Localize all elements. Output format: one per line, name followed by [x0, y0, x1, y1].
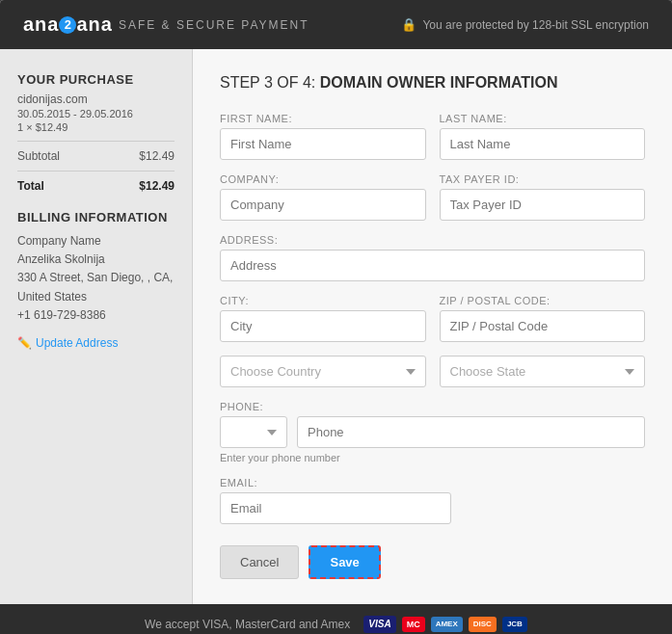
state-group: Choose State	[440, 356, 646, 387]
billing-info: Company Name Anzelika Skolnija 330 A Str…	[17, 232, 175, 325]
amex-card-icon: AMEX	[431, 617, 463, 631]
total-row: Total $12.49	[17, 179, 175, 193]
name-row: FIRST NAME: LAST NAME:	[220, 113, 645, 160]
payment-cards: VISA MC AMEX DISC JCB	[363, 616, 527, 633]
subtotal-label: Subtotal	[17, 149, 60, 163]
mastercard-icon: MC	[402, 617, 425, 633]
update-address-button[interactable]: ✏️ Update Address	[17, 336, 118, 350]
billing-person: Anzelika Skolnija	[17, 251, 175, 269]
discover-card-icon: DISC	[469, 617, 497, 631]
email-label: EMAIL:	[220, 477, 451, 489]
logo-text-part2: ana	[76, 13, 112, 36]
jcb-card-icon: JCB	[502, 617, 527, 631]
ssl-info: 🔒 You are protected by 128-bit SSL encry…	[401, 17, 649, 32]
logo-area: ana 2 ana SAFE & SECURE PAYMENT	[23, 13, 309, 36]
subtotal-row: Subtotal $12.49	[17, 149, 175, 163]
subtotal-value: $12.49	[139, 149, 175, 163]
payment-modal: ana 2 ana SAFE & SECURE PAYMENT 🔒 You ar…	[0, 0, 672, 634]
billing-title: BILLING INFORMATION	[17, 210, 175, 225]
zip-label: ZIP / POSTAL CODE:	[440, 295, 646, 306]
company-label: COMPANY:	[220, 173, 426, 185]
city-zip-row: CITY: ZIP / POSTAL CODE:	[220, 295, 645, 342]
first-name-group: FIRST NAME:	[220, 113, 426, 160]
logo-circle: 2	[59, 16, 76, 34]
sidebar: YOUR PURCHASE cidonijas.com 30.05.2015 -…	[0, 49, 193, 604]
phone-hint: Enter your phone number	[220, 452, 645, 463]
main-form-area: STEP 3 OF 4: DOMAIN OWNER INFORMATION FI…	[193, 49, 672, 604]
country-group: Choose Country	[220, 356, 426, 387]
tax-payer-id-input[interactable]	[440, 189, 646, 221]
last-name-label: LAST NAME:	[440, 113, 646, 124]
country-select[interactable]: Choose Country	[220, 356, 426, 387]
step-title: STEP 3 OF 4: DOMAIN OWNER INFORMATION	[220, 74, 645, 92]
ssl-text: You are protected by 128-bit SSL encrypt…	[422, 18, 649, 32]
sidebar-dates: 30.05.2015 - 29.05.2016	[17, 108, 175, 119]
first-name-input[interactable]	[220, 128, 426, 160]
purchase-title: YOUR PURCHASE	[17, 72, 175, 87]
header-tagline: SAFE & SECURE PAYMENT	[119, 18, 309, 32]
update-address-label: Update Address	[36, 336, 118, 350]
tax-payer-id-group: TAX PAYER ID:	[440, 173, 646, 221]
content-area: YOUR PURCHASE cidonijas.com 30.05.2015 -…	[0, 49, 672, 604]
zip-input[interactable]	[440, 310, 646, 342]
total-label: Total	[17, 179, 44, 193]
billing-phone: +1 619-729-8386	[17, 306, 175, 325]
phone-group: PHONE: Enter your phone number	[220, 401, 645, 473]
visa-card-icon: VISA	[363, 616, 395, 633]
lock-icon: 🔒	[401, 17, 417, 32]
last-name-input[interactable]	[440, 128, 646, 160]
footer: We accept VISA, MasterCard and Amex VISA…	[0, 604, 672, 634]
step-heading: DOMAIN OWNER INFORMATION	[320, 74, 558, 91]
logo-text-part1: ana	[23, 13, 59, 36]
billing-address: 330 A Street, San Diego, , CA, United St…	[17, 269, 175, 305]
phone-input[interactable]	[297, 416, 645, 448]
address-row: ADDRESS:	[220, 234, 645, 281]
city-group: CITY:	[220, 295, 426, 342]
pencil-icon: ✏️	[17, 336, 32, 350]
address-input[interactable]	[220, 250, 645, 281]
company-input[interactable]	[220, 189, 426, 221]
save-button[interactable]: Save	[309, 545, 380, 579]
first-name-label: FIRST NAME:	[220, 113, 426, 124]
zip-group: ZIP / POSTAL CODE:	[440, 295, 646, 342]
footer-text: We accept VISA, MasterCard and Amex	[145, 618, 350, 631]
sidebar-domain: cidonijas.com	[17, 92, 175, 106]
button-row: Cancel Save	[220, 545, 645, 579]
phone-code-select[interactable]	[220, 416, 287, 448]
address-label: ADDRESS:	[220, 234, 645, 246]
total-value: $12.49	[139, 179, 175, 193]
cancel-button[interactable]: Cancel	[220, 545, 299, 579]
city-input[interactable]	[220, 310, 426, 342]
phone-input-row	[220, 416, 645, 448]
sidebar-divider	[17, 141, 175, 142]
city-label: CITY:	[220, 295, 426, 306]
company-group: COMPANY:	[220, 173, 426, 221]
tax-payer-id-label: TAX PAYER ID:	[440, 173, 646, 185]
email-input[interactable]	[220, 492, 451, 524]
company-tax-row: COMPANY: TAX PAYER ID:	[220, 173, 645, 221]
state-select[interactable]: Choose State	[440, 356, 646, 387]
step-number: STEP 3 OF 4:	[220, 74, 315, 91]
last-name-group: LAST NAME:	[440, 113, 646, 160]
phone-label: PHONE:	[220, 401, 645, 412]
email-group: EMAIL:	[220, 477, 451, 524]
email-row: EMAIL:	[220, 477, 645, 524]
header: ana 2 ana SAFE & SECURE PAYMENT 🔒 You ar…	[0, 0, 672, 49]
billing-name: Company Name	[17, 232, 175, 251]
address-group: ADDRESS:	[220, 234, 645, 281]
sidebar-divider2	[17, 171, 175, 172]
sidebar-qty: 1 × $12.49	[17, 121, 175, 133]
country-state-row: Choose Country Choose State	[220, 356, 645, 387]
